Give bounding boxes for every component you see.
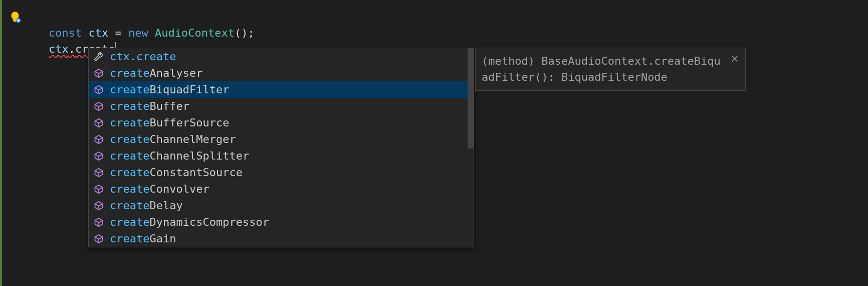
suggest-list[interactable]: ctx.createcreateAnalysercreateBiquadFilt… bbox=[89, 48, 468, 247]
suggest-item[interactable]: createGain bbox=[89, 230, 468, 247]
suggest-item[interactable]: createConstantSource bbox=[89, 164, 468, 181]
token-variable: ctx bbox=[49, 43, 69, 55]
suggest-item[interactable]: createDynamicsCompressor bbox=[89, 214, 468, 230]
method-icon bbox=[93, 233, 105, 245]
suggest-scrollbar-thumb[interactable] bbox=[468, 48, 474, 149]
suggest-item-label: createAnalyser bbox=[110, 65, 202, 81]
suggest-item[interactable]: createAnalyser bbox=[89, 65, 468, 81]
suggest-item[interactable]: createBuffer bbox=[89, 98, 468, 114]
method-icon bbox=[93, 84, 105, 96]
method-icon bbox=[93, 200, 105, 212]
suggest-item-label: createGain bbox=[110, 230, 176, 247]
code-editor[interactable]: const ctx = new AudioContext(); · ctx.cr… bbox=[0, 0, 868, 286]
method-icon bbox=[93, 67, 105, 79]
suggest-item-label: createDelay bbox=[110, 197, 183, 214]
suggest-item[interactable]: createChannelMerger bbox=[89, 131, 468, 148]
code-line-2[interactable]: ctx.create bbox=[2, 25, 868, 41]
suggest-item[interactable]: ctx.create bbox=[89, 48, 468, 65]
method-icon bbox=[93, 100, 105, 112]
method-icon bbox=[93, 183, 105, 195]
suggest-item[interactable]: createBufferSource bbox=[89, 114, 468, 131]
suggest-item-label: createChannelMerger bbox=[110, 131, 236, 148]
suggest-item-label: createConstantSource bbox=[110, 164, 243, 181]
token-dot: . bbox=[69, 43, 75, 55]
method-icon bbox=[93, 216, 105, 228]
suggest-scrollbar[interactable] bbox=[468, 48, 474, 247]
suggest-item[interactable]: createDelay bbox=[89, 197, 468, 214]
code-line-1[interactable]: const ctx = new AudioContext(); bbox=[2, 9, 868, 25]
suggest-widget[interactable]: ctx.createcreateAnalysercreateBiquadFilt… bbox=[88, 48, 474, 247]
wrench-icon bbox=[93, 51, 105, 63]
method-icon bbox=[93, 150, 105, 162]
suggest-details: (method) BaseAudioContext.createBiquadFi… bbox=[475, 48, 746, 91]
suggest-item-label: createConvolver bbox=[110, 181, 209, 197]
suggest-item-label: createBuffer bbox=[110, 98, 189, 114]
suggest-item-label: ctx.create bbox=[110, 48, 176, 65]
suggest-item-label: createBiquadFilter bbox=[110, 81, 229, 98]
suggest-item[interactable]: createConvolver bbox=[89, 181, 468, 197]
suggest-item[interactable]: createBiquadFilter bbox=[89, 81, 468, 98]
suggest-details-text: (method) BaseAudioContext.createBiquadFi… bbox=[482, 53, 739, 85]
suggest-item-label: createBufferSource bbox=[110, 114, 229, 131]
suggest-item[interactable]: createChannelSplitter bbox=[89, 148, 468, 164]
method-icon bbox=[93, 117, 105, 129]
suggest-item-label: createDynamicsCompressor bbox=[110, 214, 269, 230]
method-icon bbox=[93, 133, 105, 146]
suggest-item-label: createChannelSplitter bbox=[110, 148, 249, 164]
close-icon[interactable] bbox=[729, 53, 740, 64]
method-icon bbox=[93, 167, 105, 179]
